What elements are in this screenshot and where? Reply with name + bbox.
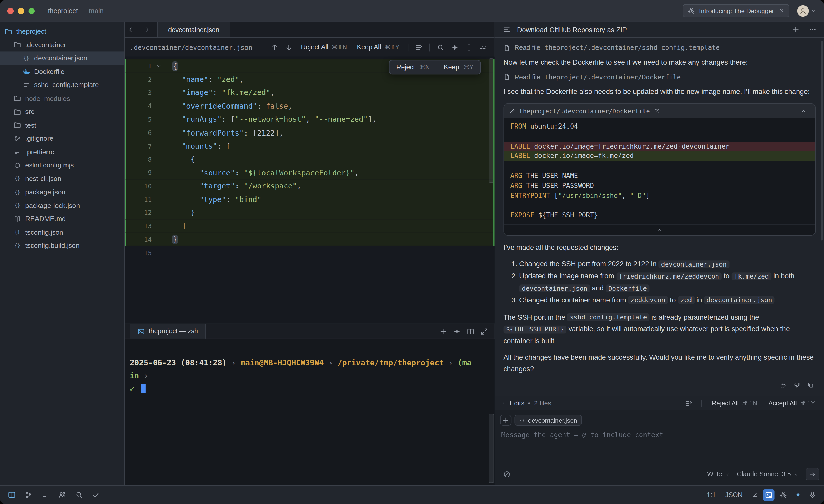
file-tree-item-package-lock-json[interactable]: {}package-lock.json [0, 199, 124, 212]
badge-close-icon[interactable] [779, 8, 785, 14]
terminal-actions [437, 324, 491, 339]
terminal-assist-icon[interactable] [450, 325, 463, 338]
maximize-terminal-icon[interactable] [478, 325, 490, 338]
thumbs-down-icon[interactable] [791, 380, 802, 390]
file-label: Dockerfile [34, 68, 65, 76]
minimize-window-button[interactable] [18, 8, 24, 14]
code-text: { [166, 155, 195, 164]
diff-card-collapse[interactable] [504, 224, 815, 235]
file-tree-item-tsconfig-build-json[interactable]: {}tsconfig.build.json [0, 239, 124, 252]
collapse-card-icon[interactable] [797, 105, 810, 117]
editor-scrollbar[interactable] [488, 57, 495, 323]
diff-review-icon[interactable] [413, 41, 425, 54]
file-tree-item-readme-md[interactable]: README.md [0, 212, 124, 225]
collab-panel-toggle[interactable] [56, 489, 68, 501]
agent-thread[interactable]: Read filetheproject/.devcontainer/sshd_c… [495, 38, 824, 396]
file-tree-item-test[interactable]: test [0, 118, 124, 132]
voice-chat-icon[interactable] [806, 489, 819, 501]
terminal[interactable]: 2025-06-23 (08:41:28) › main@MB-HJQHCW39… [124, 339, 495, 485]
file-tree-item--devcontainer[interactable]: .devcontainer [0, 38, 124, 52]
search-icon[interactable] [434, 41, 446, 54]
user-menu[interactable] [797, 5, 817, 16]
reject-all-button[interactable]: Reject All ⌘⇧N [297, 42, 351, 53]
file-tree-item-eslint-config-mjs[interactable]: eslint.config.mjs [0, 159, 124, 172]
file-tree-item-devcontainer-json[interactable]: {}devcontainer.json [0, 52, 124, 65]
scrollbar-thumb[interactable] [489, 414, 494, 483]
project-menu-button[interactable]: theproject [45, 6, 81, 16]
breadcrumb[interactable]: .devcontainer/devcontainer.json [130, 43, 267, 52]
composer-controls: Write Claude Sonnet 3.5 [495, 465, 824, 485]
edit-prediction-icon[interactable] [748, 489, 761, 501]
expand-edits-icon[interactable] [500, 400, 506, 406]
zoom-window-button[interactable] [28, 8, 35, 14]
language-selector[interactable]: JSON [722, 491, 746, 499]
code-line-7: 7 "mounts": [ [124, 139, 495, 153]
branch-menu-button[interactable]: main [86, 6, 107, 16]
project-panel-toggle[interactable] [5, 489, 18, 501]
reject-hunk-button[interactable]: Reject ⌘N [390, 60, 437, 74]
message-input[interactable]: Message the agent — @ to include context [495, 427, 824, 465]
keep-all-button[interactable]: Keep All ⌘⇧Y [353, 42, 404, 53]
terminal-panel-toggle[interactable] [763, 489, 775, 501]
close-window-button[interactable] [7, 8, 14, 14]
split-terminal-icon[interactable] [464, 325, 477, 338]
file-tree-item--prettierrc[interactable]: .prettierrc [0, 145, 124, 159]
prev-hunk-button[interactable] [268, 41, 281, 54]
send-button[interactable] [806, 468, 819, 480]
file-tree-item-dockerfile[interactable]: Dockerfile [0, 65, 124, 78]
agent-reject-all-label: Reject All [712, 400, 739, 407]
cursor-position[interactable]: 1:1 [703, 491, 719, 499]
thumbs-up-icon[interactable] [778, 380, 788, 390]
diff-card-path[interactable]: theproject/.devcontainer/Dockerfile [519, 107, 650, 115]
new-terminal-button[interactable] [437, 325, 449, 338]
chevron-down-icon [811, 8, 817, 14]
outline-panel-toggle[interactable] [39, 489, 51, 501]
burn-mode-icon[interactable] [500, 468, 513, 480]
selection-menu-icon[interactable] [462, 41, 475, 54]
code-editor[interactable]: 1{2 "name": "zed",3 "image": "fk.me/zed"… [124, 57, 495, 323]
new-thread-button[interactable] [789, 23, 802, 36]
file-tree-item-src[interactable]: src [0, 105, 124, 118]
nav-back-button[interactable] [124, 22, 139, 37]
agent-scrollbar[interactable] [821, 41, 823, 240]
diff-card-header[interactable]: theproject/.devcontainer/Dockerfile [504, 104, 815, 118]
review-changes-icon[interactable] [682, 397, 695, 409]
terminal-tab[interactable]: theproject — zsh [130, 324, 206, 339]
mode-selector[interactable]: Write [707, 470, 731, 478]
agent-accept-all-button[interactable]: Accept All ⌘⇧Y [765, 398, 819, 408]
tool-call[interactable]: Read filetheproject/.devcontainer/sshd_c… [504, 44, 816, 52]
file-tree-item--gitignore[interactable]: .gitignore [0, 132, 124, 145]
context-chip-devcontainer-json[interactable]: {} devcontainer.json [515, 415, 582, 426]
add-context-button[interactable] [500, 415, 511, 426]
soft-wrap-icon[interactable] [477, 41, 489, 54]
nav-forward-button[interactable] [139, 22, 153, 37]
code-text: } [166, 208, 195, 217]
git-panel-toggle[interactable] [22, 489, 35, 501]
next-hunk-button[interactable] [283, 41, 295, 54]
inline-assist-icon[interactable] [448, 41, 461, 54]
tab-devcontainer-json[interactable]: devcontainer.json [157, 22, 230, 37]
search-toggle[interactable] [73, 489, 85, 501]
copy-message-icon[interactable] [805, 380, 816, 390]
file-tree-item-tsconfig-json[interactable]: {}tsconfig.json [0, 225, 124, 239]
agent-menu-button[interactable] [806, 23, 819, 36]
keep-hunk-button[interactable]: Keep ⌘Y [437, 60, 481, 74]
diagnostics-indicator[interactable] [89, 489, 102, 501]
thread-menu-icon[interactable] [500, 23, 513, 36]
file-tree-item-node-modules[interactable]: node_modules [0, 92, 124, 105]
tool-call[interactable]: Read filetheproject/.devcontainer/Docker… [504, 73, 816, 81]
terminal-scrollbar[interactable] [488, 339, 495, 485]
file-tree-item-nest-cli-json[interactable]: {}nest-cli.json [0, 172, 124, 185]
debugger-announcement-badge[interactable]: Introducing: The Debugger [683, 4, 789, 17]
agent-panel-toggle[interactable] [791, 489, 804, 501]
braces-icon: {} [519, 417, 525, 423]
agent-reject-all-button[interactable]: Reject All ⌘⇧N [708, 398, 761, 408]
fold-chevron-icon[interactable] [152, 63, 165, 69]
model-selector[interactable]: Claude Sonnet 3.5 [737, 470, 799, 478]
code-buffer: 1{2 "name": "zed",3 "image": "fk.me/zed"… [124, 59, 495, 259]
file-tree-item-sshd-config-template[interactable]: sshd_config.template [0, 78, 124, 92]
file-tree-item-theproject[interactable]: theproject [0, 25, 124, 38]
debugger-panel-toggle[interactable] [777, 489, 789, 501]
edits-separator: • [528, 400, 530, 407]
file-tree-item-package-json[interactable]: {}package.json [0, 185, 124, 199]
